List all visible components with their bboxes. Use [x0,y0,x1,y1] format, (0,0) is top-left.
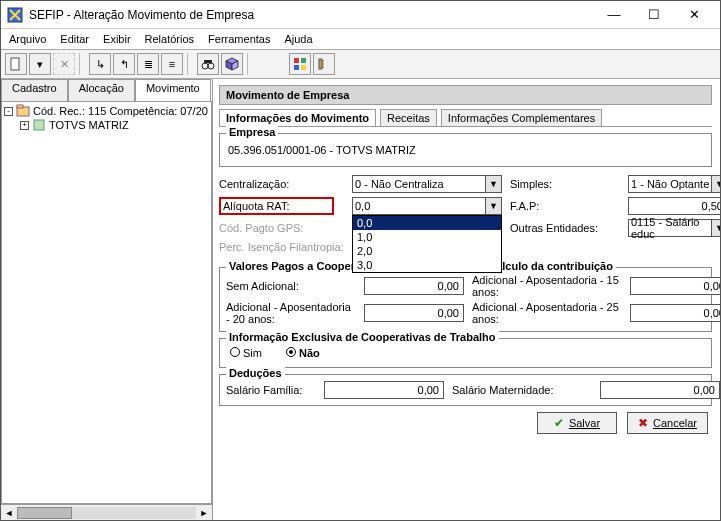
radio-icon [230,347,240,357]
subtab-info[interactable]: Informações do Movimento [219,109,376,126]
scroll-right-icon[interactable]: ► [196,508,212,518]
menu-ferramentas[interactable]: Ferramentas [208,33,270,45]
scroll-track[interactable] [17,507,196,519]
legend-info-coop: Informação Exclusiva de Cooperativas de … [226,331,499,343]
input-adic-20[interactable]: 0,00 [364,304,464,322]
input-fap[interactable]: 0,50 [628,197,720,215]
tool-arrow-out[interactable]: ↳ [89,53,111,75]
value: 0,00 [704,307,720,319]
svg-rect-8 [301,65,306,70]
tree-child-label: TOTVS MATRIZ [49,119,129,131]
scroll-left-icon[interactable]: ◄ [1,508,17,518]
combo-centralizacao[interactable]: 0 - Não Centraliza▼ [352,175,502,193]
radio-sim-label: Sim [243,347,262,359]
svg-rect-4 [204,60,212,63]
input-adic-25[interactable]: 0,00 [630,304,720,322]
empresa-value: 05.396.051/0001-06 - TOTVS MATRIZ [226,140,705,160]
save-button-label: Salvar [569,417,600,429]
svg-rect-9 [319,59,322,69]
dropdown-option[interactable]: 0,0 [353,216,501,230]
dropdown-aliquota[interactable]: 0,0 1,0 2,0 3,0 [352,215,502,273]
company-icon [32,118,46,132]
panel-title: Movimento de Empresa [219,85,712,105]
tree-child[interactable]: + TOTVS MATRIZ [4,118,209,132]
chevron-down-icon[interactable]: ▼ [485,198,501,214]
menu-arquivo[interactable]: Arquivo [9,33,46,45]
input-sal-familia[interactable]: 0,00 [324,381,444,399]
menu-ajuda[interactable]: Ajuda [284,33,312,45]
radio-sim[interactable]: Sim [230,347,262,359]
label-adic-15: Adicional - Aposentadoria - 15 anos: [472,274,622,298]
svg-point-3 [208,63,214,69]
label-adic-20: Adicional - Aposentadoria - 20 anos: [226,301,356,325]
expander-icon[interactable]: + [20,121,29,130]
combo-centralizacao-value: 0 - Não Centraliza [355,178,444,190]
save-button[interactable]: ✔Salvar [537,412,617,434]
combo-outras-entidades[interactable]: 0115 - Salário educ▼ [628,219,720,237]
tool-arrow-in[interactable]: ↰ [113,53,135,75]
tool-binoculars[interactable] [197,53,219,75]
radio-icon [286,347,296,357]
tree-view[interactable]: - Cód. Rec.: 115 Competência: 07/20 + TO… [1,101,212,504]
group-info-coop: Informação Exclusiva de Cooperativas de … [219,338,712,368]
chevron-down-icon[interactable]: ▼ [485,176,501,192]
value: 0,00 [438,280,459,292]
tool-cube[interactable] [221,53,243,75]
tool-list-b[interactable]: ≡ [161,53,183,75]
cancel-button-label: Cancelar [653,417,697,429]
input-sal-maternidade[interactable]: 0,00 [600,381,720,399]
tab-movimento[interactable]: Movimento [135,79,211,101]
chevron-down-icon[interactable]: ▼ [711,220,720,236]
tree-hscroll[interactable]: ◄ ► [1,504,212,520]
close-button[interactable]: ✕ [674,3,714,27]
tool-new[interactable] [5,53,27,75]
tree-root-label: Cód. Rec.: 115 Competência: 07/20 [33,105,208,117]
cancel-button[interactable]: ✖Cancelar [627,412,708,434]
label-adic-25: Adicional - Aposentadoria - 25 anos: [472,301,622,325]
label-fap: F.A.P: [510,200,620,212]
label-outras-entidades: Outras Entidades: [510,222,620,234]
title-bar: SEFIP - Alteração Movimento de Empresa —… [1,1,720,29]
x-icon: ✖ [638,416,648,430]
label-sal-familia: Salário Família: [226,384,316,396]
tree-root[interactable]: - Cód. Rec.: 115 Competência: 07/20 [4,104,209,118]
svg-rect-11 [17,105,23,108]
radio-nao[interactable]: Não [286,347,320,359]
dropdown-option[interactable]: 1,0 [353,230,501,244]
minimize-button[interactable]: — [594,3,634,27]
tab-cadastro[interactable]: Cadastro [1,79,68,101]
value: 0,00 [704,280,720,292]
highlight-aliquota: Alíquota RAT: [219,197,334,215]
left-tabs: Cadastro Alocação Movimento [1,79,212,101]
scroll-thumb[interactable] [17,507,72,519]
combo-aliquota-rat[interactable]: 0,0▼ [352,197,502,215]
tool-delete: ✕ [53,53,75,75]
label-aliquota-rat: Alíquota RAT: [219,197,344,215]
menu-bar: Arquivo Editar Exibir Relatórios Ferrame… [1,29,720,49]
dropdown-option[interactable]: 2,0 [353,244,501,258]
check-icon: ✔ [554,416,564,430]
tool-list-a[interactable]: ≣ [137,53,159,75]
button-row: ✔Salvar ✖Cancelar [219,406,712,440]
input-adic-15[interactable]: 0,00 [630,277,720,295]
expander-icon[interactable]: - [4,107,13,116]
svg-rect-1 [11,58,19,70]
menu-exibir[interactable]: Exibir [103,33,131,45]
combo-simples[interactable]: 1 - Não Optante▼ [628,175,720,193]
input-sem-adicional[interactable]: 0,00 [364,277,464,295]
tool-color[interactable] [289,53,311,75]
tool-dropdown[interactable]: ▾ [29,53,51,75]
dropdown-option[interactable]: 3,0 [353,258,501,272]
menu-editar[interactable]: Editar [60,33,89,45]
tab-alocacao[interactable]: Alocação [68,79,135,101]
label-cod-gps: Cód. Pagto GPS: [219,222,344,234]
value: 0,00 [418,384,439,396]
subtab-comp[interactable]: Informações Complementares [441,109,602,126]
maximize-button[interactable]: ☐ [634,3,674,27]
subtab-receitas[interactable]: Receitas [380,109,437,126]
chevron-down-icon[interactable]: ▼ [711,176,720,192]
folder-icon [16,104,30,118]
window-title: SEFIP - Alteração Movimento de Empresa [29,8,594,22]
tool-ruler[interactable] [313,53,335,75]
menu-relatorios[interactable]: Relatórios [145,33,195,45]
